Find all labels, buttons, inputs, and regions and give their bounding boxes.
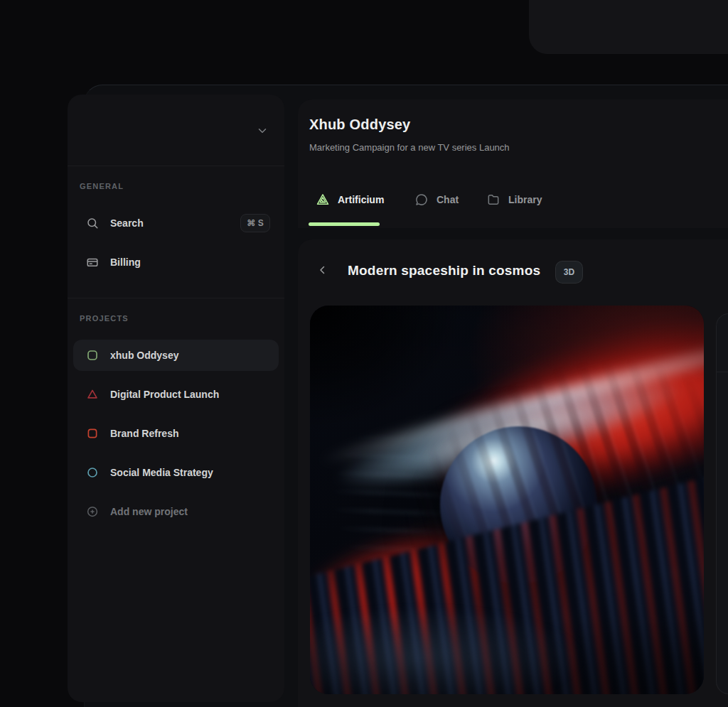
page-title: Xhub Oddysey [309,117,410,133]
add-new-project-label: Add new project [110,506,270,517]
project-label: Social Media Strategy [110,467,270,478]
divider [717,372,728,372]
sidebar-item-label: Billing [110,257,270,268]
tab-library[interactable]: Library [486,188,542,212]
section-label-general: GENERAL [80,182,284,190]
active-tab-indicator [309,222,380,226]
art-sphere [440,426,598,584]
project-label: xhub Oddysey [110,350,270,361]
art-light-wisps [317,408,468,592]
content-main-panel: Modern spaceship in cosmos 3D [298,239,728,707]
add-new-project-button[interactable]: Add new project [73,496,279,527]
artificium-logo-icon [316,193,330,207]
tab-chat[interactable]: Chat [414,188,459,212]
sidebar: GENERAL Search ⌘ S Billing PROJECTS xhub… [68,95,284,702]
workspace-header [68,95,284,166]
sidebar-item-search[interactable]: Search ⌘ S [73,207,279,239]
project-label: Brand Refresh [110,428,270,439]
sidebar-item-label: Search [110,217,240,229]
art-red-mass [310,306,704,686]
project-triangle-icon [86,388,99,401]
tab-label: Library [508,194,542,205]
art-droplet-texture [331,306,704,694]
content-header-panel: Xhub Oddysey Marketing Campaign for a ne… [298,99,728,228]
project-square-icon [86,349,99,362]
chevron-left-icon[interactable] [316,264,329,276]
sidebar-project-digital-product-launch[interactable]: Digital Product Launch [73,379,279,410]
artifact-title: Modern spaceship in cosmos [348,263,540,279]
next-result-card-partial[interactable] [716,313,728,694]
art-background [310,306,704,694]
art-red-streak [310,468,600,694]
tab-label: Artificium [338,194,384,205]
section-label-projects: PROJECTS [80,314,284,323]
art-ice-streak [310,306,704,568]
3d-badge: 3D [555,261,583,284]
sidebar-project-xhub-oddysey[interactable]: xhub Oddysey [73,340,279,371]
art-vignette [310,306,704,694]
billing-card-icon [86,256,99,269]
sidebar-project-social-media-strategy[interactable]: Social Media Strategy [73,457,279,488]
project-square-icon [86,427,99,440]
page-subtitle: Marketing Campaign for a new TV series L… [309,142,510,153]
background-decor-card [529,0,728,54]
sidebar-item-billing[interactable]: Billing [73,247,279,278]
plus-circle-icon [86,505,99,518]
art-dark-spikes [310,463,704,694]
chat-bubble-icon [414,193,429,207]
folder-icon [486,193,500,207]
search-shortcut-badge: ⌘ S [240,214,270,232]
project-label: Digital Product Launch [110,389,270,400]
art-blue-sheen [310,531,704,694]
project-circle-icon [86,466,99,479]
divider [68,166,284,166]
generated-image-card[interactable] [310,306,704,694]
tab-label: Chat [437,194,459,205]
chevron-down-icon[interactable] [256,124,269,137]
sidebar-project-brand-refresh[interactable]: Brand Refresh [73,418,279,449]
search-icon [86,217,99,230]
divider [68,298,284,298]
tab-artificium[interactable]: Artificium [316,188,384,212]
